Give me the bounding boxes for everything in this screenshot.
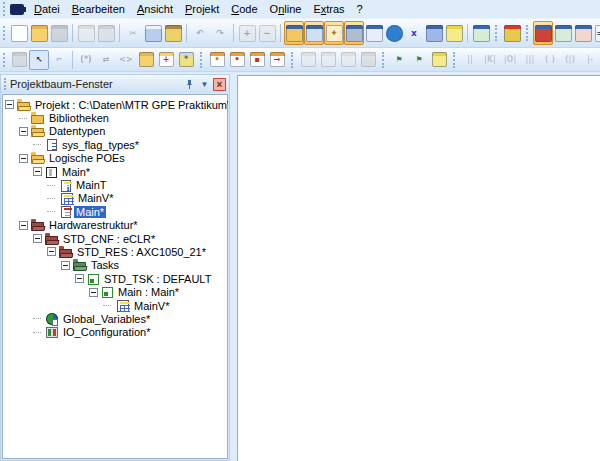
split-window-icon[interactable] <box>424 21 444 45</box>
tree-item-logische-poes[interactable]: Logische POEs <box>2 152 228 165</box>
add-program-icon[interactable]: • <box>207 50 227 70</box>
tree-item-label[interactable]: Hardwarestruktur* <box>47 219 140 231</box>
menu-grip[interactable] <box>3 2 6 16</box>
undo-icon[interactable]: ↶ <box>190 21 210 45</box>
tree-item-std-tsk-default[interactable]: STD_TSK : DEFAULT <box>2 272 228 285</box>
tree-expander-icon[interactable] <box>19 221 28 230</box>
tree-expander-icon[interactable] <box>33 167 42 176</box>
tree-item-label[interactable]: STD_TSK : DEFAULT <box>102 273 213 285</box>
tree-expander-icon[interactable] <box>47 247 56 256</box>
menu-item-ansicht[interactable]: Ansicht <box>131 1 179 17</box>
tree-expander-icon[interactable] <box>61 261 70 270</box>
code-body-icon[interactable]: <> <box>116 50 136 70</box>
toolbar-grip[interactable] <box>3 53 6 67</box>
insert-datatype-icon[interactable] <box>136 50 156 70</box>
watch-window-icon[interactable] <box>364 21 384 45</box>
save-icon[interactable] <box>49 21 69 45</box>
tree-item-projekt-c-daten-mtr-gpe-praktikum-facht[interactable]: Projekt : C:\Daten\MTR GPE Praktikum\Fac… <box>2 98 228 111</box>
copy-icon[interactable] <box>143 21 163 45</box>
project-tree-window-icon[interactable] <box>284 21 304 45</box>
panel-splitter[interactable] <box>230 74 237 461</box>
insert-variable-icon[interactable] <box>298 50 318 70</box>
tree-item-label[interactable]: MainV* <box>76 192 115 204</box>
tree-expander-icon[interactable] <box>33 234 42 243</box>
tree-item-label[interactable]: Main : Main* <box>116 286 181 298</box>
connected-variables-icon[interactable]: =? <box>593 21 600 45</box>
tree-item-main[interactable]: Main* <box>2 165 228 178</box>
menu-item-projekt[interactable]: Projekt <box>179 1 225 17</box>
redo-icon[interactable]: ↷ <box>210 21 230 45</box>
tree-item-label[interactable]: STD_RES : AXC1050_21* <box>75 246 208 258</box>
ld-contact-negated-icon[interactable]: |K| <box>480 50 500 70</box>
zoom-out-icon[interactable]: − <box>257 21 277 45</box>
process-data-icon[interactable] <box>573 21 593 45</box>
tree-expander-icon[interactable] <box>5 100 14 109</box>
tree-item-datentypen[interactable]: Datentypen <box>2 125 228 138</box>
help-window-icon[interactable] <box>471 21 491 45</box>
key-icon[interactable] <box>9 50 29 70</box>
tree-item-std-cnf-eclr[interactable]: STD_CNF : eCLR* <box>2 232 228 245</box>
tree-item-mainv[interactable]: MainV* <box>2 299 228 312</box>
tree-item-label[interactable]: IO_Configuration* <box>61 326 152 338</box>
add-action-icon[interactable]: → <box>267 50 287 70</box>
connector-points-icon[interactable]: (*) <box>76 50 96 70</box>
tree-item-tasks[interactable]: Tasks <box>2 259 228 272</box>
tree-item-label[interactable]: sys_flag_types* <box>60 139 141 151</box>
zoom-in-icon[interactable]: + <box>237 21 257 45</box>
insert-connection-icon[interactable] <box>358 50 378 70</box>
tree-item-label[interactable]: Global_Variables* <box>61 313 152 325</box>
bus-configuration-icon[interactable] <box>553 21 573 45</box>
make-compile-icon[interactable] <box>502 21 522 45</box>
tree-item-bibliotheken[interactable]: Bibliotheken <box>2 111 228 124</box>
menu-item-datei[interactable]: Datei <box>28 1 66 17</box>
tree-item-label[interactable]: Main* <box>60 166 92 178</box>
tree-expander-icon[interactable] <box>75 274 84 283</box>
new-file-icon[interactable] <box>9 21 29 45</box>
menu-item-bearbeiten[interactable]: Bearbeiten <box>66 1 131 17</box>
worksheet-stack-icon[interactable] <box>429 50 449 70</box>
menu-item-hilfe[interactable]: ? <box>351 1 369 17</box>
tree-item-label[interactable]: MainV* <box>132 300 171 312</box>
ld-coil-icon[interactable]: |O| <box>500 50 520 70</box>
message-window-icon[interactable] <box>304 21 324 45</box>
close-icon[interactable]: × <box>213 78 226 91</box>
paste-icon[interactable] <box>163 21 183 45</box>
tree-item-main-main[interactable]: Main : Main* <box>2 285 228 298</box>
logic-analyzer-icon[interactable] <box>384 21 404 45</box>
tree-item-label[interactable]: Main* <box>74 206 106 218</box>
add-worksheet-icon[interactable]: + <box>156 50 176 70</box>
wizard-icon[interactable]: ✦ <box>324 21 344 45</box>
menu-item-code[interactable]: Code <box>225 1 263 17</box>
variables-gear-icon[interactable]: * <box>176 50 196 70</box>
print-preview-icon[interactable] <box>76 21 96 45</box>
tree-item-main[interactable]: Main* <box>2 205 228 218</box>
menu-item-online[interactable]: Online <box>264 1 308 17</box>
add-function-block-icon[interactable]: ▪ <box>247 50 267 70</box>
tree-expander-icon[interactable] <box>19 154 28 163</box>
insert-network-icon[interactable] <box>338 50 358 70</box>
chevron-down-icon[interactable]: ▼ <box>198 78 211 91</box>
open-project-icon[interactable] <box>29 21 49 45</box>
insert-function-block-icon[interactable] <box>318 50 338 70</box>
bookmark-set-icon[interactable]: ⚑ <box>389 50 409 70</box>
tree-item-label[interactable]: Datentypen <box>47 125 107 137</box>
tree-item-global-variables[interactable]: Global_Variables* <box>2 312 228 325</box>
ld-contact-serial-icon[interactable]: ||| <box>520 50 540 70</box>
panel-grip[interactable] <box>4 78 7 90</box>
ld-branch-icon[interactable]: |- <box>580 50 600 70</box>
tree-item-label[interactable]: MainT <box>74 179 109 191</box>
tree-item-sys-flag-types[interactable]: sys_flag_types* <box>2 138 228 151</box>
autoroute-icon[interactable]: ⇄ <box>96 50 116 70</box>
tree-item-std-res-axc1050-21[interactable]: STD_RES : AXC1050_21* <box>2 245 228 258</box>
connect-mode-icon[interactable]: ⌐ <box>49 50 69 70</box>
tree-item-maint[interactable]: MainT <box>2 178 228 191</box>
tree-item-mainv[interactable]: MainV* <box>2 192 228 205</box>
pin-icon[interactable] <box>183 78 196 91</box>
ld-coil-set-icon[interactable]: ( ) <box>540 50 560 70</box>
tree-item-label[interactable]: Bibliotheken <box>47 112 111 124</box>
notepad-icon[interactable] <box>444 21 464 45</box>
menu-item-extras[interactable]: Extras <box>307 1 350 17</box>
cross-reference-icon[interactable]: x <box>404 21 424 45</box>
bookmark-next-icon[interactable]: ⚑ <box>409 50 429 70</box>
cut-icon[interactable]: ✂ <box>123 21 143 45</box>
